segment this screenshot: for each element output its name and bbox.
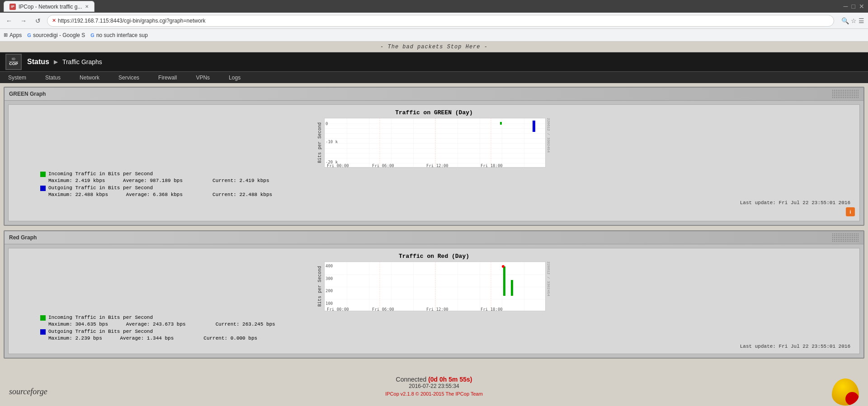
red-incoming-avg: Average: 243.673 bps <box>126 322 186 327</box>
dotted-pattern-2 <box>832 233 859 242</box>
tab-close-button[interactable]: ✕ <box>85 4 89 9</box>
nav-system[interactable]: System <box>5 73 29 83</box>
green-incoming-color-box <box>40 172 46 177</box>
red-outgoing-max: Maximum: 2.239 bps <box>48 336 102 341</box>
red-incoming-label: Incoming Traffic in Bits per Second <box>48 315 153 320</box>
red-incoming-legend: Incoming Traffic in Bits per Second <box>40 315 855 321</box>
nav-services[interactable]: Services <box>116 73 142 83</box>
green-y-axis-label: Bits per Second <box>317 118 322 168</box>
footer: Connected (0d 0h 5m 55s) 2016-07-22 23:5… <box>0 367 868 406</box>
green-outgoing-max: Maximum: 22.488 kbps <box>48 192 108 197</box>
green-chart-title: Traffic on GREEN (Day) <box>317 109 551 116</box>
breadcrumb-arrow: ▶ <box>54 59 58 65</box>
red-graph-section: Red Graph Traffic on Red (Day) Bits per … <box>4 230 864 359</box>
nav-firewall[interactable]: Firewall <box>156 73 179 83</box>
title-bar: IP IPCop - Network traffic g... ✕ ─ □ ✕ <box>0 0 868 13</box>
red-legend: Incoming Traffic in Bits per Second Maxi… <box>40 315 855 341</box>
svg-text:400: 400 <box>326 264 333 268</box>
tab-favicon: IP <box>9 4 16 10</box>
green-legend: Incoming Traffic in Bits per Second Maxi… <box>40 171 855 197</box>
bookmark-no-such-interface[interactable]: G no such interface sup <box>90 32 148 38</box>
red-outgoing-cur: Current: 0.000 bps <box>203 336 257 341</box>
sourceforge-logo: sourceforge <box>9 387 47 397</box>
refresh-button[interactable]: ↺ <box>33 15 43 26</box>
nav-vpns[interactable]: VPNs <box>193 73 212 83</box>
red-outgoing-avg: Average: 1.344 bps <box>120 336 174 341</box>
footer-ipcop-version: IPCop v2.1.8 © 2001-2015 The IPCop Team <box>9 391 859 397</box>
footer-datetime: 2016-07-22 23:55:34 <box>9 383 859 389</box>
red-side-label: 220612 / 3302454 <box>547 261 551 311</box>
google-icon-2: G <box>90 33 94 38</box>
green-outgoing-avg: Average: 6.368 kbps <box>126 192 183 197</box>
bookmark-apps[interactable]: ⊞ Apps <box>4 32 22 38</box>
green-side-label: 220612 / 3302454 <box>547 118 551 168</box>
search-button[interactable]: 🔍 <box>841 17 849 24</box>
red-outgoing-stats: Maximum: 2.239 bps Average: 1.344 bps Cu… <box>48 336 855 341</box>
green-incoming-max: Maximum: 2.419 kbps <box>48 178 105 183</box>
green-chart-container: Traffic on GREEN (Day) Bits per Second <box>13 109 855 168</box>
svg-text:0: 0 <box>326 121 328 126</box>
red-incoming-stats: Maximum: 304.635 bps Average: 243.673 bp… <box>48 322 855 327</box>
red-chart-wrapper: Traffic on Red (Day) Bits per Second <box>317 253 551 311</box>
nav-status[interactable]: Status <box>42 73 63 83</box>
browser-chrome: IP IPCop - Network traffic g... ✕ ─ □ ✕ … <box>0 0 868 42</box>
svg-text:Fri 06:00: Fri 06:00 <box>372 163 394 168</box>
navigation-bar: ← → ↺ ✕ https://192.168.7.115:8443/cgi-b… <box>0 13 868 29</box>
svg-rect-9 <box>533 121 535 132</box>
green-chart-area: Bits per Second <box>317 118 551 168</box>
footer-mascot <box>832 378 859 406</box>
menu-button[interactable]: ☰ <box>859 17 864 24</box>
green-incoming-label: Incoming Traffic in Bits per Second <box>48 171 153 177</box>
green-chart-svg: 0 -10 k -20 k Fri 00:00 Fri 06:00 Fri 12 <box>324 118 546 168</box>
close-window-button[interactable]: ✕ <box>859 3 864 10</box>
ipcop-status-label: Status <box>27 58 49 66</box>
svg-text:Fri 06:00: Fri 06:00 <box>372 307 394 311</box>
address-actions: 🔍 ☆ ☰ <box>841 17 864 24</box>
green-chart-wrapper: Traffic on GREEN (Day) Bits per Second <box>317 109 551 168</box>
svg-text:Fri 18:00: Fri 18:00 <box>481 307 503 311</box>
red-graph-title: Red Graph <box>9 234 37 241</box>
bookmark-button[interactable]: ☆ <box>851 17 857 24</box>
maximize-button[interactable]: □ <box>852 3 855 10</box>
svg-text:200: 200 <box>326 289 333 293</box>
green-outgoing-label: Outgoing Traffic in Bits per Second <box>48 185 153 191</box>
svg-text:Fri 18:00: Fri 18:00 <box>481 163 503 168</box>
green-incoming-cur: Current: 2.419 kbps <box>212 178 269 183</box>
svg-point-28 <box>502 265 505 268</box>
svg-text:Fri 00:00: Fri 00:00 <box>327 307 349 311</box>
google-icon: G <box>27 33 31 38</box>
address-bar[interactable]: ✕ https://192.168.7.115:8443/cgi-bin/gra… <box>47 15 834 27</box>
ipcop-navigation: System Status Network Services Firewall … <box>0 71 868 83</box>
red-chart-area: Bits per Second <box>317 261 551 311</box>
red-outgoing-color-box <box>40 329 46 335</box>
green-info-badge[interactable]: i <box>846 207 855 216</box>
svg-rect-8 <box>500 122 502 125</box>
back-button[interactable]: ← <box>4 15 14 26</box>
connected-label: Connected <box>396 376 427 383</box>
red-outgoing-legend: Outgoing Traffic in Bits per Second <box>40 329 855 335</box>
banner-text: - The bad packets Stop Here - <box>380 44 488 50</box>
green-outgoing-stats: Maximum: 22.488 kbps Average: 6.368 kbps… <box>48 192 855 197</box>
svg-text:Fri 12:00: Fri 12:00 <box>426 307 448 311</box>
red-chart-container: Traffic on Red (Day) Bits per Second <box>13 253 855 311</box>
svg-text:300: 300 <box>326 276 333 281</box>
green-graph-header: GREEN Graph <box>5 88 863 101</box>
svg-text:Fri 12:00: Fri 12:00 <box>426 163 448 168</box>
bookmark-sourcedigi[interactable]: G sourcedigi - Google S <box>27 32 85 38</box>
forward-button[interactable]: → <box>18 15 29 26</box>
tab-title: IPCop - Network traffic g... <box>19 4 82 10</box>
nav-logs[interactable]: Logs <box>226 73 243 83</box>
url-text: https://192.168.7.115:8443/cgi-bin/graph… <box>58 18 206 24</box>
green-graph-inner: Traffic on GREEN (Day) Bits per Second <box>8 104 860 221</box>
nav-network[interactable]: Network <box>77 73 102 83</box>
dotted-pattern <box>832 89 859 98</box>
active-tab[interactable]: IP IPCop - Network traffic g... ✕ <box>4 1 94 12</box>
red-graph-header: Red Graph <box>5 231 863 244</box>
apps-grid-icon: ⊞ <box>4 32 8 38</box>
red-chart-title: Traffic on Red (Day) <box>317 253 551 260</box>
footer-wrapper: Connected (0d 0h 5m 55s) 2016-07-22 23:5… <box>0 367 868 406</box>
red-outgoing-label: Outgoing Traffic in Bits per Second <box>48 329 153 334</box>
ipcop-logo: ID COP <box>5 54 22 70</box>
green-graph-section: GREEN Graph Traffic on GREEN (Day) Bits … <box>4 87 864 226</box>
minimize-button[interactable]: ─ <box>844 3 848 10</box>
